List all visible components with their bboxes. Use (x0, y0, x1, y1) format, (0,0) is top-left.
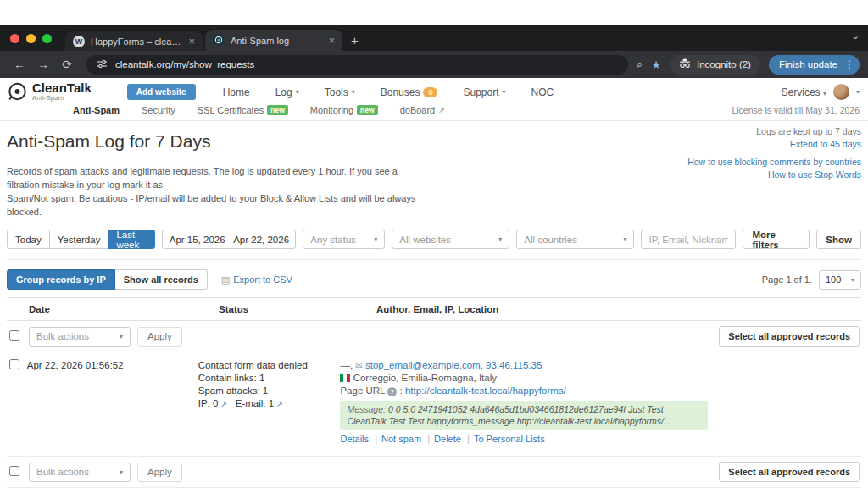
zoom-icon[interactable]: ⌕ (637, 58, 643, 71)
today-button[interactable]: Today (7, 230, 50, 249)
finish-update-button[interactable]: Finish update ⋮ (769, 55, 860, 75)
message-label: Message: (347, 404, 386, 414)
new-tab-button[interactable]: + (351, 33, 359, 47)
close-tab-icon[interactable]: × (188, 35, 195, 47)
websites-select[interactable]: All websites▾ (392, 230, 509, 249)
nav-home[interactable]: Home (223, 86, 250, 98)
group-records-by-ip-button[interactable]: Group records by IP (7, 269, 115, 290)
nav-noc[interactable]: NOC (531, 86, 554, 98)
cleantalk-logo[interactable]: CleanTalk Anti-Spam (7, 81, 92, 103)
author-name: —, (340, 360, 353, 370)
subnav-anti-spam[interactable]: Anti-Spam (73, 105, 120, 115)
forward-icon[interactable]: → (32, 58, 54, 71)
nav-tools[interactable]: Tools▾ (325, 86, 355, 98)
avatar[interactable] (833, 84, 849, 100)
more-filters-button[interactable]: More filters (743, 230, 810, 249)
chevron-down-icon: ▾ (374, 236, 377, 243)
to-personal-lists-link[interactable]: To Personal Lists (464, 434, 545, 444)
not-spam-link[interactable]: Not spam (371, 434, 421, 444)
close-window-button[interactable] (10, 34, 19, 43)
date-range-input[interactable]: Apr 15, 2026 - Apr 22, 2026 (162, 230, 296, 249)
url-text: cleantalk.org/my/show_requests (115, 59, 254, 69)
location-text: Correggio, Emilia-Romagna, Italy (353, 373, 497, 383)
tab-search-chevron-icon[interactable]: ⌄ (852, 30, 860, 42)
export-to-csv-link[interactable]: ▤ Export to CSV (221, 274, 292, 286)
select-all-checkbox[interactable] (9, 330, 19, 341)
bulk-actions-select[interactable]: Bulk actions▾ (29, 463, 131, 482)
spreadsheet-icon: ▤ (221, 274, 230, 286)
minimize-window-button[interactable] (26, 34, 36, 43)
page-url-link[interactable]: http://cleantalk-test.local/happyforms/ (405, 385, 566, 396)
reload-icon[interactable]: ⟳ (56, 58, 78, 71)
subnav-doboard[interactable]: doBoard↗ (400, 105, 445, 115)
countries-select[interactable]: All countries▾ (516, 230, 634, 249)
subnav-monitoring[interactable]: Monitoringnew (310, 105, 378, 115)
subnav-security[interactable]: Security (142, 105, 175, 115)
email-count: E-mail: 1 (236, 398, 274, 408)
bookmark-star-icon[interactable]: ★ (651, 58, 661, 71)
select-all-checkbox[interactable] (9, 466, 19, 476)
status-counts: IP: 0 ↗ E-mail: 1 ↗ (198, 397, 341, 411)
bonuses-count-badge: 6 (423, 87, 437, 97)
log-table: Date Status Author, Email, IP, Location … (7, 297, 861, 488)
search-input[interactable] (641, 230, 736, 249)
tab-antispam-log[interactable]: Anti-Spam log × (205, 30, 342, 51)
chevron-down-icon: ▾ (823, 90, 826, 97)
nav-log[interactable]: Log▾ (275, 86, 299, 98)
fullscreen-window-button[interactable] (42, 34, 52, 43)
help-icon[interactable]: ? (387, 387, 397, 396)
column-date: Date (29, 304, 219, 314)
chevron-down-icon: ▾ (851, 276, 854, 284)
bulk-actions-select[interactable]: Bulk actions▾ (29, 327, 131, 347)
ip-external-link-icon[interactable]: ↗ (221, 400, 228, 408)
author-ip-link[interactable]: 93.46.115.35 (486, 360, 542, 370)
add-website-button[interactable]: Add website (127, 84, 196, 100)
chevron-down-icon: ▾ (503, 88, 506, 96)
stop-words-link[interactable]: How to use Stop Words (768, 169, 861, 180)
view-mode-group: Group records by IP Show all records (7, 269, 208, 290)
last-week-button[interactable]: Last week (108, 230, 155, 249)
back-icon[interactable]: ← (8, 58, 31, 71)
record-actions: Details Not spam Delete To Personal List… (340, 433, 708, 446)
services-menu[interactable]: Services ▾ (782, 86, 826, 98)
close-tab-icon[interactable]: × (328, 34, 335, 47)
external-link-icon: ↗ (438, 106, 445, 114)
log-toolbar: Group records by IP Show all records ▤ E… (7, 269, 861, 290)
tab-happyforms[interactable]: W HappyForms – cleantalk-test × (65, 31, 203, 51)
address-bar[interactable]: cleantalk.org/my/show_requests (86, 55, 628, 75)
extend-link[interactable]: Extend to 45 days (790, 139, 861, 149)
show-all-records-button[interactable]: Show all records (115, 269, 208, 290)
mail-icon: ✉ (355, 361, 362, 370)
page-info: Page 1 of 1. (762, 274, 812, 285)
record-date: Apr 22, 2026 01:56:52 (27, 359, 198, 370)
wordpress-icon: W (73, 36, 85, 47)
email-external-link-icon[interactable]: ↗ (276, 400, 283, 408)
site-settings-icon[interactable] (97, 58, 108, 71)
apply-button[interactable]: Apply (137, 463, 182, 482)
browser-menu-icon[interactable]: ⋮ (844, 58, 854, 70)
account-chevron-icon[interactable]: ▾ (856, 88, 860, 96)
chevron-down-icon: ▾ (296, 88, 299, 96)
incognito-badge[interactable]: Incognito (2) (670, 55, 760, 75)
record-status: Contact form data denied Contain links: … (198, 359, 341, 411)
details-link[interactable]: Details (340, 434, 369, 444)
nav-bonuses[interactable]: Bonuses6 (381, 86, 438, 98)
ip-count: IP: 0 (198, 398, 219, 408)
select-all-approved-button[interactable]: Select all approved records (719, 326, 860, 347)
screenshot-top-margin (0, 0, 868, 25)
yesterday-button[interactable]: Yesterday (49, 230, 109, 249)
show-button[interactable]: Show (816, 230, 861, 249)
nav-support[interactable]: Support▾ (463, 86, 505, 98)
tab-title: HappyForms – cleantalk-test (91, 36, 182, 47)
status-select[interactable]: Any status▾ (303, 230, 385, 249)
record-checkbox[interactable] (9, 359, 19, 369)
author-email-link[interactable]: stop_email@example.com, (365, 360, 483, 370)
subnav-ssl-certificates[interactable]: SSL Certificatesnew (198, 105, 288, 115)
page-size-select[interactable]: 100▾ (819, 270, 861, 290)
delete-link[interactable]: Delete (424, 434, 461, 444)
brand-name: CleanTalk (32, 82, 92, 94)
select-all-approved-button[interactable]: Select all approved records (719, 462, 860, 482)
blocking-by-countries-link[interactable]: How to use blocking comments by countrie… (687, 157, 861, 167)
apply-button[interactable]: Apply (137, 327, 182, 347)
column-status: Status (219, 304, 376, 314)
